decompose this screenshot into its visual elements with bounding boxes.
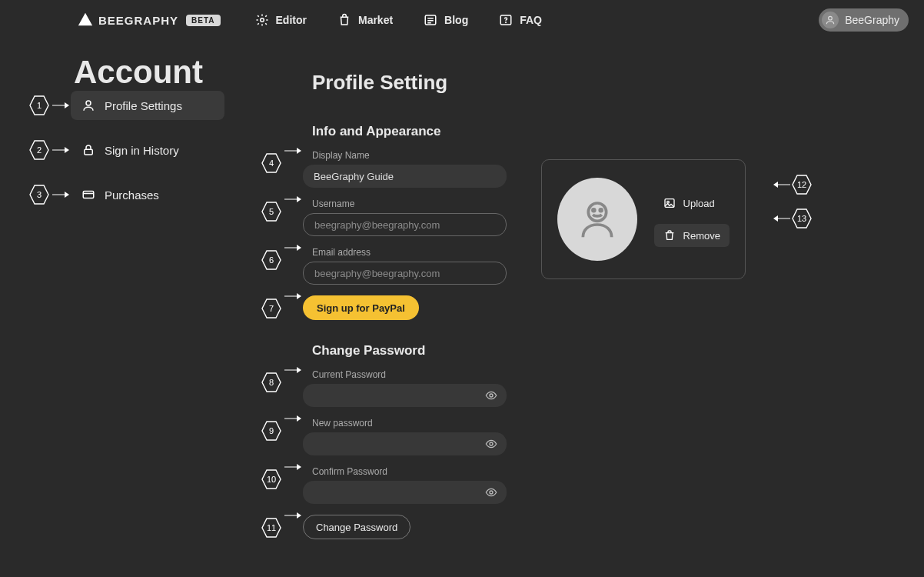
annotation-marker-3: 3	[29, 185, 49, 205]
svg-rect-10	[83, 192, 94, 198]
brand-name: BEEGRAPHY	[98, 14, 178, 27]
svg-point-17	[600, 209, 602, 212]
nav-faq-label: FAQ	[520, 14, 542, 26]
image-icon	[663, 197, 676, 209]
eye-icon[interactable]	[485, 389, 497, 402]
username-label: Username	[312, 198, 507, 209]
username-input[interactable]	[303, 213, 507, 236]
sidebar-item-label: Profile Settings	[105, 99, 182, 112]
svg-point-16	[593, 209, 595, 212]
svg-point-27	[490, 491, 493, 494]
arrow-icon	[52, 105, 69, 106]
upload-avatar-button[interactable]: Upload	[654, 192, 730, 215]
svg-point-23	[490, 394, 493, 397]
bee-logo-icon	[77, 12, 94, 28]
current-password-input[interactable]	[303, 384, 507, 407]
profile-setting-title: Profile Setting	[312, 71, 893, 95]
info-appearance-heading: Info and Appearance	[312, 124, 893, 139]
svg-point-25	[490, 442, 493, 445]
arrow-icon	[284, 418, 301, 419]
svg-point-3	[506, 22, 507, 23]
editor-icon	[255, 13, 269, 27]
arrow-icon	[773, 218, 790, 219]
svg-point-15	[588, 203, 606, 221]
eye-icon[interactable]	[485, 438, 497, 450]
sidebar-item-label: Purchases	[105, 188, 159, 202]
user-menu[interactable]: BeeGraphy	[819, 8, 909, 32]
display-name-label: Display Name	[312, 150, 507, 161]
arrow-icon	[284, 295, 301, 297]
current-password-label: Current Password	[312, 369, 507, 380]
nav-editor[interactable]: Editor	[255, 13, 307, 27]
annotation-marker-2: 2	[29, 140, 49, 160]
sidebar-item-label: Sign in History	[105, 144, 179, 157]
annotation-marker-10: 10	[261, 469, 281, 489]
arrow-icon	[284, 247, 301, 248]
arrow-icon	[284, 369, 301, 371]
remove-label: Remove	[683, 230, 720, 242]
annotation-marker-8: 8	[261, 372, 281, 392]
arrow-icon	[284, 150, 301, 152]
svg-rect-8	[85, 149, 93, 155]
profile-icon	[81, 98, 95, 112]
beta-badge: BETA	[186, 15, 220, 26]
arrow-icon	[284, 198, 301, 200]
arrow-icon	[52, 149, 69, 151]
email-input[interactable]	[303, 262, 507, 285]
confirm-password-input[interactable]	[303, 481, 507, 504]
arrow-icon	[284, 515, 301, 516]
user-name-label: BeeGraphy	[845, 14, 899, 26]
annotation-marker-11: 11	[261, 518, 281, 538]
annotation-marker-6: 6	[261, 250, 281, 270]
paypal-signup-button[interactable]: Sign up for PayPal	[303, 295, 419, 320]
user-icon	[825, 15, 836, 25]
eye-icon[interactable]	[485, 486, 497, 499]
account-sidebar: 1 Profile Settings 2 Sign in History 3 P…	[29, 91, 229, 225]
trash-icon	[663, 229, 676, 242]
annotation-marker-1: 1	[29, 95, 49, 115]
blog-icon	[424, 13, 437, 27]
avatar-placeholder-icon	[576, 198, 619, 241]
annotation-marker-4: 4	[261, 153, 281, 173]
avatar-card: Upload Remove	[541, 159, 746, 279]
sidebar-item-purchases[interactable]: Purchases	[71, 180, 224, 209]
nav-faq[interactable]: FAQ	[499, 13, 542, 27]
top-nav: Editor Market Blog FAQ	[255, 13, 542, 27]
remove-avatar-button[interactable]: Remove	[654, 224, 730, 247]
svg-point-19	[666, 201, 669, 203]
change-password-button[interactable]: Change Password	[303, 515, 410, 539]
arrow-icon	[773, 184, 790, 185]
nav-blog-label: Blog	[444, 14, 468, 26]
lock-icon	[81, 143, 95, 157]
annotation-marker-5: 5	[261, 202, 281, 222]
sidebar-item-signin-history[interactable]: Sign in History	[71, 135, 224, 165]
annotation-marker-7: 7	[261, 299, 281, 319]
faq-icon	[499, 13, 513, 27]
annotation-marker-9: 9	[261, 421, 281, 441]
display-name-input[interactable]	[303, 165, 507, 188]
market-icon	[337, 13, 351, 27]
nav-market[interactable]: Market	[337, 13, 393, 27]
svg-point-4	[829, 16, 833, 20]
annotation-marker-12: 12	[792, 175, 812, 195]
arrow-icon	[52, 194, 69, 195]
nav-blog[interactable]: Blog	[424, 13, 468, 27]
arrow-icon	[284, 466, 301, 468]
sidebar-item-profile-settings[interactable]: Profile Settings	[71, 91, 224, 120]
nav-market-label: Market	[358, 14, 393, 26]
email-label: Email address	[312, 247, 507, 258]
card-icon	[81, 188, 95, 202]
svg-point-6	[86, 101, 91, 105]
new-password-input[interactable]	[303, 432, 507, 455]
svg-point-0	[260, 18, 264, 22]
upload-label: Upload	[683, 198, 715, 209]
nav-editor-label: Editor	[276, 14, 307, 26]
app-header: BEEGRAPHY BETA Editor Market Blog FAQ Be…	[0, 0, 924, 40]
new-password-label: New password	[312, 418, 507, 429]
user-avatar-small	[822, 12, 839, 28]
brand-logo[interactable]: BEEGRAPHY BETA	[77, 12, 221, 28]
change-password-heading: Change Password	[312, 343, 893, 359]
confirm-password-label: Confirm Password	[312, 466, 507, 477]
profile-avatar	[557, 178, 637, 261]
annotation-marker-13: 13	[792, 208, 812, 228]
